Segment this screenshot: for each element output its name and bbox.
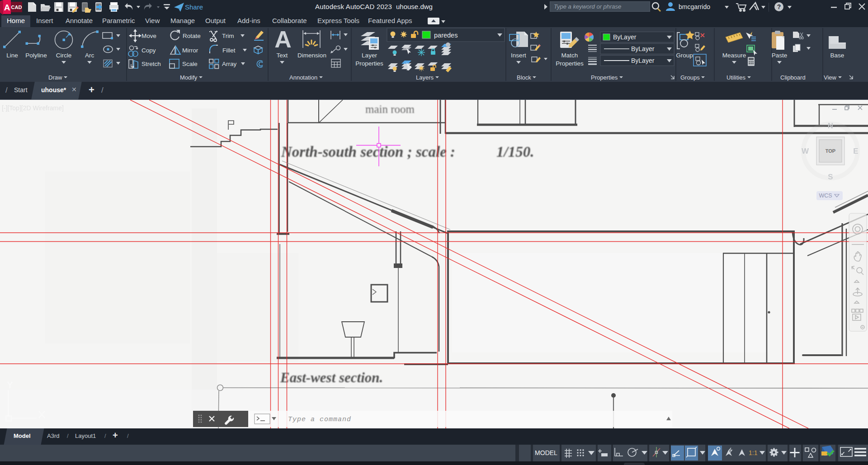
svg-text:Array: Array — [222, 61, 237, 67]
svg-text:Rotate: Rotate — [183, 33, 201, 39]
svg-text:paredes: paredes — [434, 32, 458, 39]
svg-text:E: E — [853, 147, 858, 155]
svg-text:1:1: 1:1 — [749, 449, 758, 456]
svg-text:Share: Share — [185, 3, 203, 11]
svg-text:S: S — [828, 173, 833, 181]
svg-text:Properties: Properties — [556, 60, 584, 67]
svg-text:MODEL: MODEL — [535, 449, 557, 456]
svg-text:Group: Group — [676, 52, 693, 59]
svg-text:Arc: Arc — [85, 52, 94, 59]
svg-text:Copy: Copy — [142, 47, 156, 54]
svg-text:WCS: WCS — [819, 193, 832, 199]
svg-text:1/150.: 1/150. — [496, 144, 534, 160]
svg-text:Properties: Properties — [355, 60, 383, 67]
svg-text:Measure: Measure — [722, 52, 746, 59]
svg-text:ByLayer: ByLayer — [631, 57, 655, 64]
svg-text:W: W — [802, 147, 809, 155]
svg-text:ByLayer: ByLayer — [631, 45, 655, 52]
svg-text:CAD: CAD — [11, 5, 22, 10]
svg-text:Dimension: Dimension — [297, 52, 326, 59]
svg-text:Trim: Trim — [222, 33, 234, 39]
svg-text:Fillet: Fillet — [222, 47, 236, 54]
svg-text:Match: Match — [561, 52, 578, 59]
svg-text:Text: Text — [277, 52, 288, 59]
svg-text:North-south section ; scale :: North-south section ; scale : — [281, 144, 455, 160]
svg-text:ByLayer: ByLayer — [613, 33, 637, 41]
svg-text:Move: Move — [142, 33, 156, 39]
svg-text:A: A — [4, 3, 10, 12]
svg-text:Scale: Scale — [182, 61, 198, 67]
svg-text:[-][Top][2D Wireframe]: [-][Top][2D Wireframe] — [2, 104, 64, 112]
svg-text:A: A — [274, 27, 292, 52]
svg-text:main room: main room — [365, 103, 415, 115]
svg-text:Type a command: Type a command — [288, 416, 351, 423]
svg-text:Base: Base — [830, 52, 844, 59]
svg-text:Stretch: Stretch — [142, 61, 161, 67]
svg-text:N: N — [828, 122, 833, 130]
svg-text:Insert: Insert — [511, 52, 526, 59]
svg-text:Mirror: Mirror — [182, 47, 198, 54]
svg-text:?: ? — [777, 3, 781, 10]
svg-text:Polyline: Polyline — [25, 52, 47, 59]
svg-text:Circle: Circle — [56, 52, 72, 59]
svg-text:TOP: TOP — [826, 148, 835, 154]
svg-text:Layer: Layer — [362, 52, 377, 59]
svg-text:Paste: Paste — [772, 52, 788, 59]
svg-text:East-west section.: East-west section. — [280, 370, 383, 385]
svg-text:Line: Line — [6, 52, 18, 59]
